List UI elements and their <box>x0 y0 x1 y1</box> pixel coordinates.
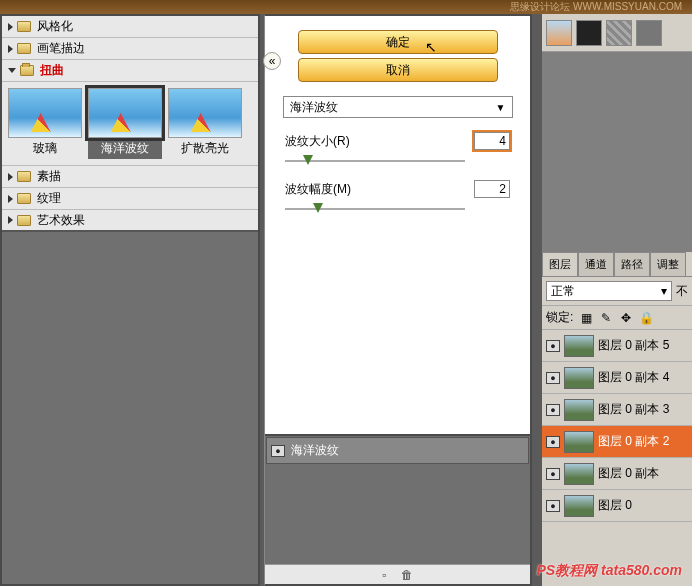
folder-icon <box>17 21 31 32</box>
tab-layers[interactable]: 图层 <box>542 252 578 276</box>
visibility-icon[interactable]: ● <box>546 372 560 384</box>
folder-open-icon <box>20 65 34 76</box>
layer-row[interactable]: ● 图层 0 副本 4 <box>542 362 692 394</box>
category-artistic[interactable]: 艺术效果 <box>2 210 258 232</box>
category-label: 艺术效果 <box>37 212 85 229</box>
category-label: 纹理 <box>37 190 61 207</box>
layer-row[interactable]: ● 图层 0 副本 <box>542 458 692 490</box>
filter-thumbnails: 玻璃 海洋波纹 扩散亮光 <box>2 82 258 166</box>
lock-label: 锁定: <box>546 309 573 326</box>
layer-row[interactable]: ● 图层 0 副本 5 <box>542 330 692 362</box>
filter-footer: ▫ 🗑 <box>265 564 530 584</box>
category-label: 画笔描边 <box>37 40 85 57</box>
chevron-right-icon <box>8 195 13 203</box>
blend-mode-select[interactable]: 正常 ▾ <box>546 281 672 301</box>
swatch[interactable] <box>576 20 602 46</box>
swatch[interactable] <box>546 20 572 46</box>
folder-icon <box>17 193 31 204</box>
collapse-button[interactable]: « <box>263 52 281 70</box>
category-brush[interactable]: 画笔描边 <box>2 38 258 60</box>
layer-thumb <box>564 399 594 421</box>
thumb-glass[interactable]: 玻璃 <box>8 88 82 159</box>
thumb-label: 海洋波纹 <box>88 138 162 159</box>
category-texture[interactable]: 纹理 <box>2 188 258 210</box>
layer-thumb <box>564 431 594 453</box>
thumb-ocean-ripple[interactable]: 海洋波纹 <box>88 88 162 159</box>
swatch[interactable] <box>636 20 662 46</box>
ripple-mag-input[interactable] <box>474 180 510 198</box>
visibility-icon[interactable]: ● <box>271 445 285 457</box>
layer-row[interactable]: ● 图层 0 副本 3 <box>542 394 692 426</box>
category-stylize[interactable]: 风格化 <box>2 16 258 38</box>
tab-channels[interactable]: 通道 <box>578 252 614 276</box>
layer-thumb <box>564 335 594 357</box>
thumb-image <box>168 88 242 138</box>
swatch-row <box>542 14 692 52</box>
watermark-top: 思缘设计论坛 WWW.MISSYUAN.COM <box>510 0 682 14</box>
visibility-icon[interactable]: ● <box>546 404 560 416</box>
visibility-icon[interactable]: ● <box>546 468 560 480</box>
layer-thumb <box>564 495 594 517</box>
layer-thumb <box>564 463 594 485</box>
button-label: 确定 <box>386 35 410 49</box>
visibility-icon[interactable]: ● <box>546 500 560 512</box>
param-label-ripple-size: 波纹大小(R) <box>285 133 350 150</box>
layer-name: 图层 0 副本 2 <box>598 433 669 450</box>
thumb-diffuse-glow[interactable]: 扩散亮光 <box>168 88 242 159</box>
applied-filter-row[interactable]: ● 海洋波纹 <box>266 437 529 464</box>
tab-paths[interactable]: 路径 <box>614 252 650 276</box>
ok-button[interactable]: 确定 ↖ <box>298 30 498 54</box>
layer-row[interactable]: ● 图层 0 <box>542 490 692 522</box>
thumb-image <box>88 88 162 138</box>
category-sketch[interactable]: 素描 <box>2 166 258 188</box>
visibility-icon[interactable]: ● <box>546 340 560 352</box>
category-label: 扭曲 <box>40 62 64 79</box>
layer-name: 图层 0 副本 <box>598 465 659 482</box>
chevron-down-icon: ▾ <box>661 284 667 298</box>
lock-row: 锁定: ▦ ✎ ✥ 🔒 <box>542 305 692 330</box>
lock-all-icon[interactable]: 🔒 <box>639 311 653 325</box>
category-distort[interactable]: 扭曲 <box>2 60 258 82</box>
chevron-right-icon <box>8 173 13 181</box>
empty-area <box>2 232 258 584</box>
spacer <box>542 52 692 252</box>
lock-brush-icon[interactable]: ✎ <box>599 311 613 325</box>
panel-tabs: 图层 通道 路径 调整 <box>542 252 692 277</box>
filter-category-panel: 风格化 画笔描边 扭曲 玻璃 海洋波纹 扩散亮光 素描 纹理 <box>0 14 260 586</box>
trash-icon[interactable]: 🗑 <box>401 568 413 582</box>
param-label-ripple-mag: 波纹幅度(M) <box>285 181 351 198</box>
chevron-right-icon <box>8 23 13 31</box>
ripple-mag-slider[interactable] <box>285 202 465 216</box>
layer-name: 图层 0 副本 4 <box>598 369 669 386</box>
select-value: 海洋波纹 <box>290 99 338 116</box>
filter-settings-panel: « 确定 ↖ 取消 海洋波纹 ▼ 波纹大小(R) 波纹幅度(M) ● <box>264 14 532 586</box>
slider-thumb-icon[interactable] <box>313 203 323 213</box>
thumb-label: 扩散亮光 <box>168 138 242 159</box>
ripple-size-slider[interactable] <box>285 154 465 168</box>
blend-mode-row: 正常 ▾ 不 <box>542 277 692 305</box>
watermark-bottom: PS教程网 tata580.com <box>537 562 683 580</box>
slider-thumb-icon[interactable] <box>303 155 313 165</box>
layer-row[interactable]: ● 图层 0 副本 2 <box>542 426 692 458</box>
chevron-down-icon <box>8 68 16 73</box>
chevron-down-icon: ▼ <box>496 102 506 113</box>
lock-transparent-icon[interactable]: ▦ <box>579 311 593 325</box>
cursor-icon: ↖ <box>425 39 437 55</box>
thumb-image <box>8 88 82 138</box>
tab-adjust[interactable]: 调整 <box>650 252 686 276</box>
swatch[interactable] <box>606 20 632 46</box>
cancel-button[interactable]: 取消 <box>298 58 498 82</box>
layers-list: ● 图层 0 副本 5 ● 图层 0 副本 4 ● 图层 0 副本 3 ● 图层… <box>542 330 692 522</box>
layer-thumb <box>564 367 594 389</box>
layer-name: 图层 0 <box>598 497 632 514</box>
category-label: 风格化 <box>37 18 73 35</box>
right-panels: 图层 通道 路径 调整 正常 ▾ 不 锁定: ▦ ✎ ✥ 🔒 ● 图层 0 副本… <box>542 14 692 586</box>
new-effect-icon[interactable]: ▫ <box>382 568 386 582</box>
double-chevron-icon: « <box>269 54 276 68</box>
ripple-size-input[interactable] <box>474 132 510 150</box>
lock-move-icon[interactable]: ✥ <box>619 311 633 325</box>
filter-select[interactable]: 海洋波纹 ▼ <box>283 96 513 118</box>
visibility-icon[interactable]: ● <box>546 436 560 448</box>
thumb-label: 玻璃 <box>8 138 82 159</box>
opacity-label: 不 <box>676 283 688 300</box>
